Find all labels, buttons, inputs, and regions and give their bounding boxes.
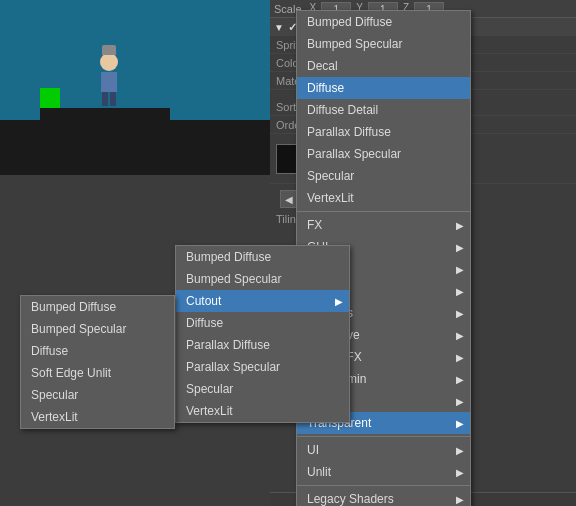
self-illumin-arrow-icon: ▶ — [456, 374, 464, 385]
menu-l2-cutout[interactable]: Cutout ▶ — [176, 290, 349, 312]
menu-l1-decal[interactable]: Decal — [297, 55, 470, 77]
char-head — [100, 53, 118, 71]
menu-l2-parallax-specular[interactable]: Parallax Specular — [176, 356, 349, 378]
menu-l2-specular[interactable]: Specular — [176, 378, 349, 400]
green-block — [40, 88, 60, 108]
fx-arrow-icon: ▶ — [456, 220, 464, 231]
ui-arrow-icon: ▶ — [456, 445, 464, 456]
reflective-arrow-icon: ▶ — [456, 330, 464, 341]
menu-l1-diffuse-detail[interactable]: Diffuse Detail — [297, 99, 470, 121]
gui-arrow-icon: ▶ — [456, 242, 464, 253]
transparent-arrow-icon: ▶ — [456, 418, 464, 429]
game-ground — [0, 120, 270, 175]
game-viewport — [0, 0, 270, 175]
menu-l1-fx[interactable]: FX ▶ — [297, 214, 470, 236]
menu-l2-diffuse[interactable]: Diffuse — [176, 312, 349, 334]
char-hat — [102, 45, 116, 55]
menu-l3-bumped-diffuse[interactable]: Bumped Diffuse — [21, 296, 174, 318]
menu-l3-specular[interactable]: Specular — [21, 384, 174, 406]
cutout-submenu: Bumped Diffuse Bumped Specular Diffuse S… — [20, 295, 175, 429]
cutout-arrow-icon: ▶ — [335, 296, 343, 307]
menu-l2-parallax-diffuse[interactable]: Parallax Diffuse — [176, 334, 349, 356]
character — [95, 53, 123, 108]
menu-l3-bumped-specular[interactable]: Bumped Specular — [21, 318, 174, 340]
menu-l3-soft-edge[interactable]: Soft Edge Unlit — [21, 362, 174, 384]
menu-l1-ui[interactable]: UI ▶ — [297, 439, 470, 461]
menu-l2-vertexlit[interactable]: VertexLit — [176, 400, 349, 422]
menu-l1-parallax-specular[interactable]: Parallax Specular — [297, 143, 470, 165]
menu-divider-2 — [297, 436, 470, 437]
menu-l1-parallax-diffuse[interactable]: Parallax Diffuse — [297, 121, 470, 143]
menu-l3-diffuse[interactable]: Diffuse — [21, 340, 174, 362]
transparent-submenu: Bumped Diffuse Bumped Specular Cutout ▶ … — [175, 245, 350, 423]
char-legs — [101, 92, 117, 106]
menu-l2-bumped-specular[interactable]: Bumped Specular — [176, 268, 349, 290]
menu-l2-bumped-diffuse[interactable]: Bumped Diffuse — [176, 246, 349, 268]
legacy-arrow-icon: ▶ — [456, 494, 464, 505]
renderfx-arrow-icon: ▶ — [456, 352, 464, 363]
game-platform — [40, 108, 170, 120]
menu-divider-1 — [297, 211, 470, 212]
menu-l1-diffuse[interactable]: Diffuse — [297, 77, 470, 99]
menu-l1-specular[interactable]: Specular — [297, 165, 470, 187]
mobile-arrow-icon: ▶ — [456, 264, 464, 275]
menu-divider-3 — [297, 485, 470, 486]
menu-l1-unlit[interactable]: Unlit ▶ — [297, 461, 470, 483]
menu-l1-legacy-shaders[interactable]: Legacy Shaders ▶ — [297, 488, 470, 506]
menu-l1-bumped-specular[interactable]: Bumped Specular — [297, 33, 470, 55]
menu-l1-bumped-diffuse[interactable]: Bumped Diffuse — [297, 11, 470, 33]
particles-arrow-icon: ▶ — [456, 308, 464, 319]
unlit-arrow-icon: ▶ — [456, 467, 464, 478]
menu-l3-vertexlit[interactable]: VertexLit — [21, 406, 174, 428]
menu-l1-vertexlit[interactable]: VertexLit — [297, 187, 470, 209]
nature-arrow-icon: ▶ — [456, 286, 464, 297]
char-body — [101, 72, 117, 92]
toggle-arrow: ▼ — [274, 22, 284, 33]
sprites-arrow-icon: ▶ — [456, 396, 464, 407]
